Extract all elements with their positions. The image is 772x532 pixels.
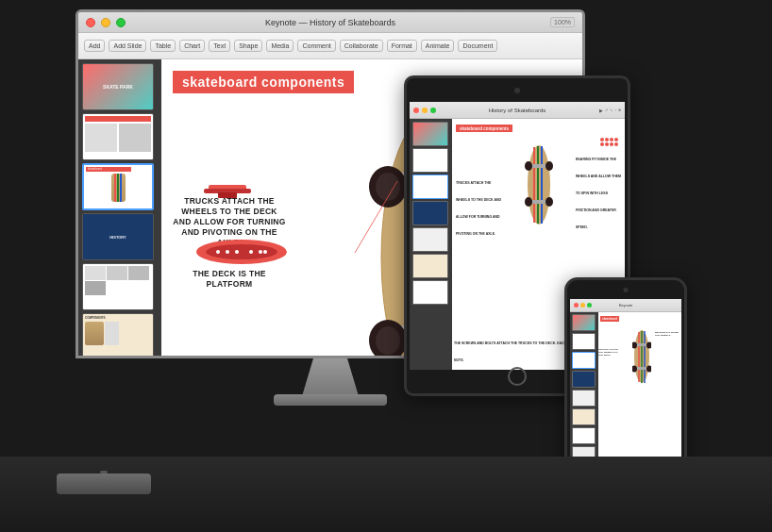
tablet-slide-6[interactable]: [412, 254, 448, 278]
slide-thumb-6[interactable]: COMPONENTS: [82, 313, 154, 356]
mac-mini: [57, 474, 151, 494]
shape-button[interactable]: Shape: [234, 40, 262, 52]
keynote-toolbar: Add Add Slide Table Chart Text Shape Med…: [78, 33, 582, 59]
document-button[interactable]: Document: [458, 40, 497, 52]
slide-thumb-3[interactable]: skateboard: [82, 163, 154, 210]
close-button[interactable]: [86, 18, 95, 27]
minimize-button[interactable]: [101, 18, 110, 27]
phone-skateboard: [632, 326, 651, 388]
tablet-camera: [514, 88, 520, 93]
tablet-home-button[interactable]: [508, 367, 527, 386]
tablet-bearing-dot: [614, 138, 618, 141]
svg-point-29: [216, 250, 220, 254]
collaborate-button[interactable]: Collaborate: [340, 40, 383, 52]
monitor-base: [274, 394, 387, 406]
desk-surface: [0, 457, 772, 532]
phone-close[interactable]: [574, 303, 579, 308]
slide-thumb-4[interactable]: HISTORY: [82, 213, 154, 260]
tablet-slide-3[interactable]: [412, 175, 448, 199]
svg-rect-52: [635, 367, 648, 370]
phone-min[interactable]: [580, 303, 585, 308]
tablet-slides[interactable]: [410, 119, 452, 370]
svg-point-31: [235, 250, 239, 254]
phone-title: Keynote: [619, 303, 633, 308]
tablet-bearing-dot: [605, 138, 609, 141]
fullscreen-button[interactable]: [116, 18, 126, 27]
phone-slide-5[interactable]: [572, 390, 596, 407]
tablet-bearings-text: BEARING FIT INSIDE THE WHEELS AND ALLOW …: [576, 147, 623, 232]
tablet-slide-5[interactable]: [412, 227, 448, 252]
slide-thumb-2[interactable]: [82, 113, 154, 160]
chart-button[interactable]: Chart: [179, 40, 205, 52]
phone-camera: [624, 288, 629, 292]
svg-rect-49: [635, 343, 648, 346]
phone-titlebar: Keynote: [570, 299, 681, 312]
svg-point-40: [525, 161, 532, 171]
truck-icon: [199, 168, 256, 219]
animate-button[interactable]: Animate: [421, 40, 455, 52]
comment-button[interactable]: Comment: [297, 40, 335, 52]
tablet-bearing-dot: [600, 142, 604, 146]
phone-max[interactable]: [587, 303, 592, 308]
tablet-min[interactable]: [422, 108, 428, 113]
tablet-trucks-text: TRUCKS ATTACH THE WHEELS TO THE DECK AND…: [456, 171, 503, 239]
phone-bearings-text: BEARING FIT INSIDE THE WHEELS: [655, 331, 681, 337]
slide-thumb-1[interactable]: SKATE PARK: [82, 63, 154, 110]
phone-screen[interactable]: Keynote skateboard: [570, 299, 681, 482]
deck-oval: [194, 238, 289, 266]
slide-title: skateboard components: [173, 71, 354, 93]
phone-slide-2[interactable]: [572, 333, 596, 350]
svg-point-44: [545, 197, 553, 207]
text-button[interactable]: Text: [209, 40, 230, 52]
tablet-bearing-circles: [600, 138, 621, 146]
svg-point-43: [525, 197, 532, 207]
tablet-close[interactable]: [413, 108, 419, 113]
table-button[interactable]: Table: [150, 40, 176, 52]
tablet-skateboard: [525, 138, 553, 232]
titlebar-toolbar: 100%: [550, 17, 575, 27]
svg-point-33: [259, 250, 262, 254]
svg-point-32: [249, 250, 253, 254]
add-slide-button[interactable]: Add Slide: [109, 40, 146, 52]
tablet-bearing-dot: [614, 142, 618, 146]
svg-point-30: [226, 250, 229, 254]
tablet-slide-4[interactable]: [412, 201, 448, 225]
tablet-bearing-dot: [600, 138, 604, 141]
tablet-max[interactable]: [430, 108, 436, 113]
svg-point-34: [263, 250, 267, 254]
tablet-slide-7[interactable]: [412, 280, 448, 305]
zoom-level[interactable]: 100%: [550, 17, 575, 27]
slide-thumb-5[interactable]: [82, 263, 154, 310]
slide-panel[interactable]: SKATE PARK skateboard: [78, 59, 161, 356]
add-button[interactable]: Add: [84, 40, 105, 52]
tablet-bearing-dot: [605, 142, 609, 146]
tablet-titlebar: History of Skateboards ▶ ⤢ ⤡ ↑ ⊕: [410, 102, 625, 119]
window-title: Keynote — History of Skateboards: [265, 18, 395, 27]
monitor-stand: [302, 358, 359, 396]
tablet-slide-2[interactable]: [412, 148, 448, 173]
tablet-bearing-dot: [610, 138, 613, 141]
deck-annotation: THE DECK IS THE PLATFORM: [173, 269, 286, 290]
phone-slide-7[interactable]: [572, 427, 596, 444]
phone-trucks-text: TRUCKS ATTACH THE WHEELS TO THE DECK: [598, 348, 621, 357]
svg-point-41: [545, 161, 553, 171]
phone-content: Keynote skateboard: [570, 299, 681, 482]
tablet-slide-title: skateboard components: [456, 125, 512, 132]
tablet-bearing-dot: [610, 142, 613, 146]
tablet-slide-1[interactable]: [412, 122, 448, 146]
format-button[interactable]: Format: [387, 40, 417, 52]
phone-slide-3[interactable]: [572, 352, 596, 369]
media-button[interactable]: Media: [266, 40, 294, 52]
phone-slide-title: skateboard: [600, 316, 619, 322]
phone-slide-4[interactable]: [572, 371, 596, 388]
svg-rect-26: [218, 192, 237, 198]
svg-point-13: [376, 326, 400, 355]
phone-slide-6[interactable]: [572, 408, 596, 425]
titlebar: Keynote — History of Skateboards 100%: [78, 12, 582, 33]
tablet-title: History of Skateboards: [489, 108, 546, 113]
phone-slide-1[interactable]: [572, 314, 596, 331]
